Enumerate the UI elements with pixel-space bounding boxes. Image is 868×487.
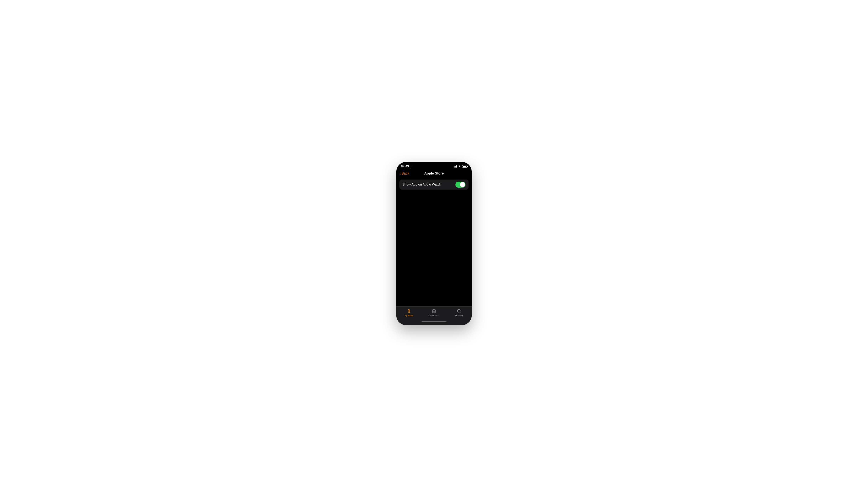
svg-marker-12 xyxy=(458,312,459,312)
svg-rect-9 xyxy=(434,311,435,312)
tab-face-gallery[interactable]: Face Gallery xyxy=(422,309,446,317)
phone-screen: 09:49 ▷ ‹ Back Apple Store xyxy=(396,162,472,325)
back-button[interactable]: ‹ Back xyxy=(399,171,409,176)
signal-bar-2 xyxy=(455,166,455,168)
tab-discover-label: Discover xyxy=(455,315,463,317)
location-icon: ▷ xyxy=(410,166,411,168)
svg-rect-2 xyxy=(408,309,409,310)
tab-bar: My Watch Face Gallery xyxy=(396,306,472,321)
svg-point-10 xyxy=(457,309,461,313)
status-time: 09:49 ▷ xyxy=(401,165,411,168)
home-indicator-container xyxy=(396,321,472,325)
time-display: 09:49 xyxy=(401,165,409,168)
svg-rect-6 xyxy=(433,310,434,311)
svg-rect-5 xyxy=(432,310,436,313)
status-icons xyxy=(454,165,467,168)
nav-bar: ‹ Back Apple Store xyxy=(396,170,472,178)
battery-icon xyxy=(462,165,467,168)
content-area: Show App on Apple Watch xyxy=(396,178,472,306)
tab-my-watch[interactable]: My Watch xyxy=(396,309,422,317)
home-indicator xyxy=(422,321,446,322)
show-app-label: Show App on Apple Watch xyxy=(403,183,441,187)
battery-fill xyxy=(463,166,466,167)
status-bar: 09:49 ▷ xyxy=(396,162,472,170)
page-title: Apple Store xyxy=(424,171,444,175)
my-watch-icon xyxy=(406,309,412,314)
signal-bars xyxy=(454,165,457,168)
discover-icon xyxy=(456,309,462,314)
signal-bar-1 xyxy=(454,167,454,168)
svg-rect-7 xyxy=(434,310,435,311)
signal-bar-3 xyxy=(456,166,456,168)
show-app-toggle[interactable] xyxy=(456,182,465,188)
tab-face-gallery-label: Face Gallery xyxy=(428,315,440,317)
toggle-knob xyxy=(460,182,465,187)
wifi-icon xyxy=(458,165,461,168)
tab-my-watch-label: My Watch xyxy=(405,315,413,317)
signal-bar-4 xyxy=(456,166,457,168)
back-label: Back xyxy=(402,171,409,175)
svg-point-4 xyxy=(408,311,409,312)
back-chevron-icon: ‹ xyxy=(399,171,401,176)
tab-discover[interactable]: Discover xyxy=(446,309,472,317)
svg-marker-11 xyxy=(458,310,460,312)
svg-rect-3 xyxy=(408,313,409,313)
svg-rect-8 xyxy=(433,311,434,312)
face-gallery-icon xyxy=(431,309,437,314)
show-app-toggle-row: Show App on Apple Watch xyxy=(399,179,469,190)
